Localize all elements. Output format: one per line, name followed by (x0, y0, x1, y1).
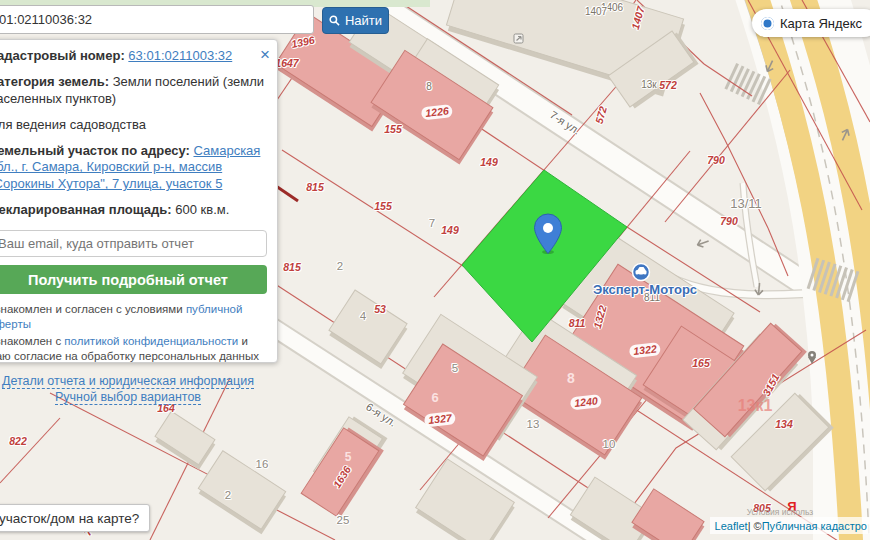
manual-choice-link[interactable]: Ручной выбор вариантов (55, 390, 201, 405)
house-number-label: 1407 (585, 7, 607, 17)
email-field[interactable] (0, 230, 267, 257)
cadastral-map-app: 1396 1647 1226 155 149 815 149 815 155 5… (0, 0, 870, 540)
attribution-bar: Leaflet | © Публичная кадастро (710, 517, 870, 534)
leaflet-link[interactable]: Leaflet (715, 520, 748, 532)
cadastral-number-label: Кадастровый номер: (0, 48, 125, 63)
parcel-number-label: 822 (9, 436, 27, 447)
search-input[interactable] (0, 5, 314, 34)
block-number-label: 5 (452, 363, 458, 375)
parcel-number-label: 149 (441, 225, 459, 236)
block-number-label: 13 (527, 419, 540, 431)
parcel-number-label: 572 (659, 80, 677, 91)
block-number-label: 13/11 (730, 197, 762, 210)
permitted-use-value: Для ведения садоводства (0, 117, 146, 132)
privacy-policy-link[interactable]: политикой конфиденциальности (64, 335, 238, 347)
find-parcel-help-button[interactable]: участок/дом на карте? (0, 504, 150, 532)
permitted-use-row: Для ведения садоводства (0, 117, 267, 134)
declared-area-label: Декларированная площадь: (0, 202, 172, 217)
land-category-row: Категория земель: Земли поселений (земли… (0, 74, 267, 108)
parcel-number-label: 53 (374, 304, 386, 315)
house-number-label: 8 (426, 82, 432, 92)
offer-consent-row: ознакомлен и согласен с условиями публич… (0, 302, 267, 332)
privacy-consent-text: ознакомлен с (0, 335, 64, 347)
block-number-label: 7 (429, 218, 435, 230)
parcel-number-label: 155 (384, 124, 402, 135)
house-number-label: 8 (567, 371, 575, 385)
layer-control[interactable]: Карта Яндекс (752, 9, 870, 37)
declared-area-row: Декларированная площадь: 600 кв.м. (0, 202, 267, 219)
address-label: Земельный участок по адресу: (0, 143, 190, 158)
attribution-separator: | © (748, 520, 762, 532)
layer-control-label: Карта Яндекс (780, 16, 862, 31)
land-category-label: Категория земель: (0, 74, 109, 89)
close-icon[interactable]: × (260, 45, 270, 65)
parcel-info-panel: × Кадастровый номер: 63:01:0211003:32 Ка… (0, 39, 278, 363)
entrance-arrow-icon (514, 34, 523, 43)
panel-footer-links: Детали отчета и юридическая информация Р… (0, 373, 267, 406)
radio-selected-icon[interactable] (761, 17, 774, 30)
parcel-number-label: 815 (306, 182, 324, 193)
block-number-label: 2 (337, 261, 343, 273)
search-button[interactable]: Найти (322, 7, 389, 34)
report-details-link[interactable]: Детали отчета и юридическая информация (2, 374, 254, 389)
parcel-number-label: 165 (692, 358, 710, 369)
parcel-number-label: 149 (480, 157, 498, 168)
parcel-number-label: 790 (720, 216, 738, 227)
block-number-label: 10 (603, 439, 616, 451)
parcel-number-label: 790 (707, 155, 725, 166)
block-number-label: 2 (225, 490, 231, 502)
block-number-label: 4 (360, 311, 366, 323)
declared-area-value: 600 кв.м. (175, 202, 229, 217)
parcel-number-label: 134 (775, 419, 793, 430)
cadastral-number-link[interactable]: 63:01:0211003:32 (128, 48, 232, 63)
car-poi-icon[interactable] (633, 264, 650, 281)
house-number-label: 6 (431, 391, 438, 404)
search-button-label: Найти (345, 13, 382, 28)
cadastral-number-row: Кадастровый номер: 63:01:0211003:32 (0, 48, 267, 65)
parcel-number-label: 815 (283, 262, 301, 273)
get-report-button[interactable]: Получить подробный отчет (0, 265, 267, 294)
parcel-number-label: 155 (374, 201, 392, 212)
map-terms-text: Условия использ (747, 508, 814, 517)
privacy-consent-row: ознакомлен с политикой конфиденциальност… (0, 334, 267, 364)
house-number-label: 13к (641, 80, 657, 90)
house-number-label: 5 (345, 451, 352, 463)
offer-consent-text: ознакомлен и согласен с условиями (0, 303, 186, 315)
block-number-label: 25 (337, 515, 350, 527)
poi-label[interactable]: Эксперт-Моторс (593, 283, 697, 296)
address-row: Земельный участок по адресу: Самарская о… (0, 143, 267, 194)
source-link[interactable]: Публичная кадастро (762, 520, 867, 532)
parcel-number-label: 1647 (275, 58, 298, 69)
block-number-label: 16 (256, 459, 269, 471)
parcel-number-label: 811 (569, 318, 586, 329)
house-number-label: 13к1 (738, 398, 773, 414)
search-icon (329, 14, 340, 27)
